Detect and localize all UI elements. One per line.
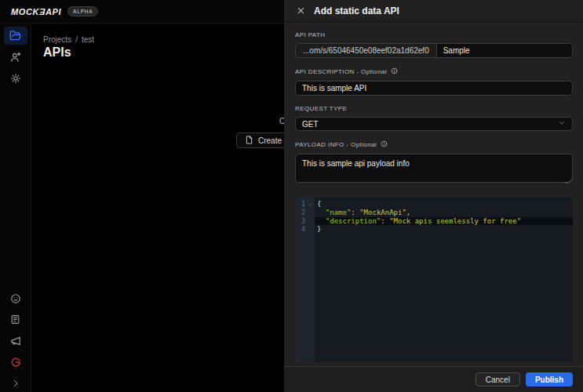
request-type-select[interactable]: GET bbox=[295, 117, 573, 131]
breadcrumb-project-link[interactable]: Projects bbox=[43, 35, 71, 44]
api-path-prefix: ...om/s/65046450e08eef02a1d62ef0 bbox=[296, 44, 437, 57]
app-window: MOCKƎAPI ALPHA bbox=[0, 0, 583, 392]
api-path-input[interactable] bbox=[437, 44, 572, 57]
chevron-down-icon bbox=[558, 119, 566, 129]
users-icon bbox=[10, 52, 21, 63]
file-icon bbox=[245, 136, 253, 146]
panel-header: Add static data API bbox=[284, 0, 583, 22]
sidebar-collapse-toggle[interactable] bbox=[4, 374, 27, 392]
g-logo-icon bbox=[10, 357, 21, 368]
chevron-right-icon bbox=[11, 379, 20, 388]
docs-icon bbox=[10, 314, 20, 325]
request-type-value: GET bbox=[302, 120, 319, 129]
api-path-field: ...om/s/65046450e08eef02a1d62ef0 bbox=[295, 43, 573, 58]
add-static-data-api-panel: Add static data API API PATH ...om/s/650… bbox=[284, 0, 583, 392]
breadcrumb-current: test bbox=[82, 35, 94, 44]
breadcrumb-separator: / bbox=[75, 35, 78, 44]
info-icon[interactable] bbox=[391, 67, 398, 76]
feedback-smiley-icon bbox=[10, 293, 21, 304]
code-line[interactable]: 2 "name": "MockAnApi", bbox=[295, 209, 573, 217]
page-title: APIs bbox=[43, 45, 71, 60]
payload-info-label: PAYLOAD INFO - Optional bbox=[295, 140, 573, 149]
api-description-label: API DESCRIPTION - Optional bbox=[295, 67, 573, 76]
sidebar-item-announcements[interactable] bbox=[4, 332, 27, 350]
info-icon[interactable] bbox=[381, 140, 388, 149]
payload-info-textarea[interactable]: This is sample api payload info bbox=[295, 154, 573, 183]
api-description-input[interactable] bbox=[295, 81, 573, 96]
panel-footer: Cancel Publish bbox=[284, 366, 583, 392]
api-path-label: API PATH bbox=[295, 31, 573, 38]
gear-icon bbox=[10, 73, 21, 84]
alpha-badge: ALPHA bbox=[67, 6, 98, 16]
sidebar-item-g-logo[interactable] bbox=[4, 353, 27, 371]
publish-button[interactable]: Publish bbox=[526, 372, 573, 387]
code-line[interactable]: 1⌄{ bbox=[295, 200, 573, 209]
folder-open-icon bbox=[9, 30, 21, 42]
cancel-button[interactable]: Cancel bbox=[476, 372, 520, 387]
breadcrumb: Projects / test bbox=[43, 35, 94, 44]
payload-info-field: This is sample api payload info bbox=[295, 149, 573, 186]
panel-body: API PATH ...om/s/65046450e08eef02a1d62ef… bbox=[284, 22, 583, 366]
sidebar-item-settings[interactable] bbox=[4, 69, 27, 87]
brand-logo: MOCKƎAPI bbox=[11, 7, 61, 16]
close-icon[interactable] bbox=[295, 5, 306, 16]
code-line[interactable]: 4} bbox=[295, 225, 573, 234]
request-type-label: REQUEST TYPE bbox=[295, 105, 573, 112]
megaphone-icon bbox=[10, 336, 21, 347]
code-editor-lines: 1⌄{2 "name": "MockAnApi",3 "description"… bbox=[295, 198, 573, 234]
code-line[interactable]: 3 "description": "Mock apis seemlessly f… bbox=[295, 217, 573, 226]
panel-title: Add static data API bbox=[314, 5, 399, 16]
sidebar-item-docs[interactable] bbox=[4, 310, 27, 328]
code-editor[interactable]: 1⌄{2 "name": "MockAnApi",3 "description"… bbox=[295, 198, 573, 362]
sidebar-item-users[interactable] bbox=[4, 48, 27, 66]
sidebar bbox=[0, 24, 31, 392]
sidebar-item-projects[interactable] bbox=[4, 27, 27, 45]
sidebar-item-feedback[interactable] bbox=[4, 289, 27, 307]
